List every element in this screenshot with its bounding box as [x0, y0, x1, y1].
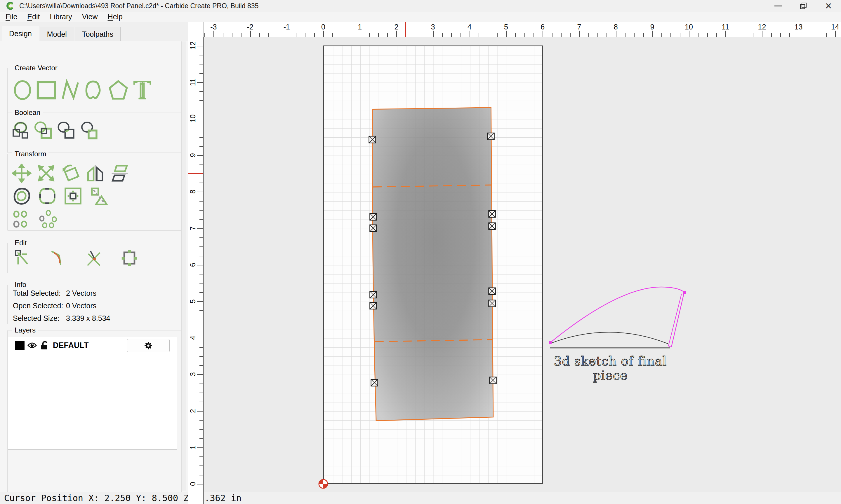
status-bar: Cursor Position X: 2.250 Y: 8.500 Z: 0.3…: [0, 492, 841, 504]
layer-settings-button[interactable]: [127, 339, 170, 352]
menu-library[interactable]: Library: [45, 12, 77, 22]
rectangle-tool-button[interactable]: [36, 79, 57, 102]
boolean-subtract-button[interactable]: [33, 121, 54, 142]
trim-shape-tool-button[interactable]: [89, 186, 109, 205]
selection-node-marker[interactable]: [489, 288, 496, 294]
info-label: Selected Size:: [13, 314, 66, 323]
boolean-union-button[interactable]: [11, 121, 32, 142]
polygon-tool-button[interactable]: [107, 79, 129, 102]
circle-icon: [12, 79, 33, 102]
origin-marker-icon[interactable]: [319, 480, 328, 488]
text-tool-button[interactable]: [132, 79, 153, 102]
ruler-tick: [200, 365, 203, 366]
boundary-box-tool-button[interactable]: [120, 249, 138, 267]
selection-node-marker[interactable]: [489, 223, 496, 230]
boolean-exclude-button[interactable]: [79, 121, 100, 142]
ruler-tick: [479, 33, 479, 37]
layer-row[interactable]: DEFAULT: [8, 337, 177, 354]
ruler-label: 7: [577, 23, 581, 31]
ruler-label: -2: [247, 23, 253, 31]
mirror-icon: [85, 164, 105, 183]
sidebar-scrollbar[interactable]: [181, 41, 186, 490]
restore-icon: [800, 3, 807, 9]
curve-tool-button[interactable]: [84, 79, 105, 102]
restore-button[interactable]: [791, 0, 816, 12]
layer-color-swatch[interactable]: [15, 341, 24, 350]
ruler-tick: [588, 33, 589, 37]
selection-node-marker[interactable]: [371, 379, 378, 386]
mirror-tool-button[interactable]: [85, 164, 105, 183]
ruler-tick: [789, 33, 790, 37]
ruler-tick: [332, 33, 333, 37]
tab-design[interactable]: Design: [2, 26, 39, 41]
ruler-label: -3: [210, 23, 217, 31]
circle-tool-button[interactable]: [12, 79, 33, 102]
polyline-tool-button[interactable]: [59, 79, 81, 102]
ruler-tick: [296, 33, 296, 37]
ruler-tick: [771, 33, 772, 37]
menu-edit[interactable]: Edit: [22, 12, 45, 22]
title-bar: C:\Users\willa\Downloads\493 Roof Panel.…: [0, 0, 841, 12]
selection-node-marker[interactable]: [488, 133, 494, 140]
ruler-tick: [200, 420, 203, 420]
move-tool-button[interactable]: [12, 164, 32, 183]
ruler-label: 4: [189, 334, 197, 342]
group-title: Create Vector: [12, 64, 60, 72]
circular-array-tool-button[interactable]: [38, 210, 58, 229]
fillet-vectors-tool-button[interactable]: [49, 249, 67, 267]
close-button[interactable]: ×: [816, 0, 841, 12]
3d-sketch-drawing: [549, 287, 686, 348]
ruler-tick: [680, 33, 681, 37]
menu-view[interactable]: View: [77, 12, 103, 22]
selection-node-marker[interactable]: [369, 136, 376, 143]
boundary-box-icon: [120, 249, 138, 267]
rotate-tool-button[interactable]: [61, 164, 81, 183]
scale-tool-button[interactable]: [36, 164, 56, 183]
tab-toolpaths[interactable]: Toolpaths: [75, 27, 121, 41]
info-open-selected: Open Selected: 0 Vectors: [13, 302, 181, 310]
flip-tool-button[interactable]: [110, 164, 130, 183]
resize-icon: [63, 186, 83, 205]
minimize-button[interactable]: [766, 0, 791, 12]
boolean-exclude-icon: [79, 121, 100, 142]
selection-node-marker[interactable]: [489, 211, 496, 217]
resize-tool-button[interactable]: [63, 186, 83, 205]
ruler-tick: [433, 31, 434, 37]
selection-node-marker[interactable]: [489, 300, 496, 307]
ruler-tick: [744, 33, 744, 37]
boolean-intersect-button[interactable]: [56, 121, 77, 142]
menu-help[interactable]: Help: [103, 12, 127, 22]
info-label: Total Selected:: [13, 289, 66, 298]
ruler-tick: [598, 33, 598, 37]
ruler-tick: [323, 31, 324, 37]
fillet-tool-button[interactable]: [37, 186, 57, 205]
tab-model[interactable]: Model: [40, 27, 74, 41]
ruler-tick: [200, 210, 203, 211]
menu-file[interactable]: File: [1, 12, 22, 22]
layer-list[interactable]: DEFAULT: [8, 337, 177, 449]
selection-node-marker[interactable]: [370, 225, 377, 232]
ruler-label: 12: [189, 42, 197, 50]
selection-node-marker[interactable]: [370, 303, 377, 309]
linear-array-tool-button[interactable]: [12, 210, 32, 229]
design-canvas[interactable]: 3d sketch of final piece: [204, 37, 841, 492]
ruler-label: 6: [189, 261, 197, 269]
group-transform: Transform: [7, 154, 182, 231]
selection-node-marker[interactable]: [370, 214, 377, 220]
trim-vectors-icon: [85, 249, 103, 267]
layer-unlocked-icon[interactable]: [40, 341, 49, 350]
selection-node-marker[interactable]: [370, 291, 377, 298]
fillet-icon: [37, 186, 57, 205]
trim-vectors-tool-button[interactable]: [85, 249, 103, 267]
offset-tool-button[interactable]: [12, 186, 32, 205]
ruler-tick: [616, 31, 616, 37]
layer-visible-eye-icon[interactable]: [28, 342, 37, 349]
selection-node-marker[interactable]: [490, 377, 496, 384]
edit-nodes-tool-button[interactable]: [14, 249, 32, 267]
selected-vectors[interactable]: [369, 108, 496, 421]
ruler-tick: [259, 33, 260, 37]
polyline-icon: [59, 79, 81, 102]
group-title: Boolean: [12, 108, 42, 117]
ruler-tick: [200, 256, 203, 256]
sketch-caption: 3d sketch of final piece: [550, 354, 670, 383]
